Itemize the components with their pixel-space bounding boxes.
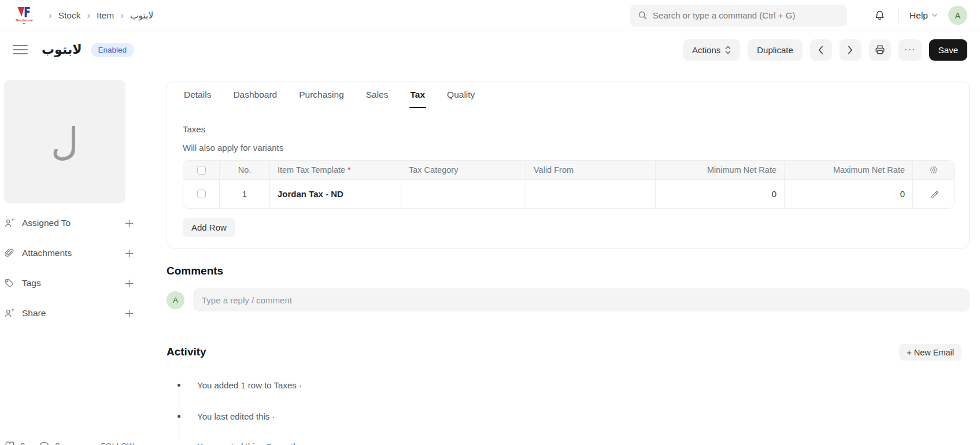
tag-icon: [4, 278, 14, 288]
form-sidebar: ل Assigned To Att: [0, 68, 145, 445]
chevron-left-icon: [818, 46, 823, 54]
column-header-item-tax-template: Item Tax Template *: [270, 161, 401, 179]
tax-category-cell[interactable]: [401, 180, 526, 208]
select-all-checkbox[interactable]: [197, 166, 206, 175]
add-share-button[interactable]: [124, 308, 135, 319]
app-logo[interactable]: Nextfuture ▪▪▪: [13, 3, 36, 28]
comment-avatar: A: [167, 291, 184, 309]
user-avatar[interactable]: A: [948, 6, 967, 25]
activity-item: You last edited this ·: [177, 411, 275, 421]
share-user-icon: [4, 308, 14, 318]
edit-row-cell[interactable]: [913, 180, 955, 208]
table-row[interactable]: 1 Jordan Tax - ND 0 0: [183, 180, 954, 208]
sidebar-item-assigned-to[interactable]: Assigned To: [4, 208, 135, 238]
comment-bubble-icon: [38, 440, 50, 445]
breadcrumb-stock[interactable]: Stock: [58, 10, 81, 21]
column-header-tax-category: Tax Category: [401, 161, 526, 179]
top-navbar: Nextfuture ▪▪▪ › Stock › Item › لابتوب: [0, 0, 980, 31]
column-header-minimum-net-rate: Minimum Net Rate: [656, 161, 785, 179]
status-badge: Enabled: [91, 43, 135, 57]
tab-tax[interactable]: Tax: [400, 81, 437, 108]
print-button[interactable]: [869, 39, 891, 61]
follow-button[interactable]: FOLLOW: [101, 442, 135, 445]
item-image-letter: ل: [51, 120, 79, 164]
dot-separator: ·: [30, 441, 33, 445]
activity-section: Activity + New Email You added 1 row to …: [167, 342, 970, 445]
valid-from-cell[interactable]: [526, 180, 656, 208]
column-header-settings: [913, 161, 955, 179]
logo-subtext: ▪▪▪: [23, 22, 25, 25]
add-assignment-button[interactable]: [124, 218, 135, 229]
taxes-field-description: Will also apply for variants: [183, 143, 953, 153]
item-tax-template-value: Jordan Tax - ND: [278, 189, 343, 199]
sidebar-sections: Assigned To Attachments: [4, 208, 135, 328]
help-label: Help: [909, 10, 928, 21]
gear-icon[interactable]: [929, 165, 938, 175]
sidebar-item-share[interactable]: Share: [4, 298, 135, 328]
comment-input[interactable]: [193, 288, 970, 312]
comments-count-button[interactable]: [38, 440, 50, 445]
save-button[interactable]: Save: [929, 39, 967, 61]
navbar-divider: [898, 9, 899, 23]
activity-item: You created this · 3 months: [177, 442, 302, 445]
add-row-button[interactable]: Add Row: [183, 218, 235, 237]
page-title: لابتوب: [42, 42, 82, 57]
search-icon: [638, 10, 648, 20]
tab-quality[interactable]: Quality: [436, 81, 486, 108]
taxes-field-label: Taxes: [183, 124, 953, 134]
paperclip-icon: [4, 248, 14, 258]
next-document-button[interactable]: [840, 39, 861, 61]
activity-connector: [179, 421, 179, 440]
search-input[interactable]: [653, 10, 839, 20]
actions-dropdown-button[interactable]: Actions: [683, 39, 740, 61]
like-button[interactable]: [4, 440, 16, 445]
app-window: Nextfuture ▪▪▪ › Stock › Item › لابتوب: [0, 0, 980, 445]
taxes-table-header: No. Item Tax Template * Tax Category Val…: [183, 161, 954, 180]
breadcrumb-item[interactable]: Item: [97, 10, 114, 21]
heart-icon: [4, 440, 16, 445]
bell-icon: [874, 9, 886, 21]
activity-heading: Activity: [167, 346, 206, 358]
sidebar-item-label: Share: [22, 308, 46, 318]
sidebar-item-attachments[interactable]: Attachments: [4, 238, 135, 268]
breadcrumb-separator: ›: [120, 10, 124, 20]
add-tag-button[interactable]: [124, 278, 135, 289]
new-email-button[interactable]: + New Email: [899, 344, 961, 361]
row-number: 1: [220, 180, 270, 208]
chevron-down-icon: [931, 13, 938, 17]
tab-purchasing[interactable]: Purchasing: [288, 81, 355, 108]
navbar-right: Help A: [630, 5, 967, 27]
logo-icon: [17, 6, 32, 18]
activity-connector: [179, 390, 179, 409]
breadcrumb: › Stock › Item › لابتوب: [49, 10, 153, 21]
minimum-net-rate-cell[interactable]: 0: [656, 180, 785, 208]
row-checkbox[interactable]: [197, 190, 206, 198]
sidebar-toggle-button[interactable]: [13, 44, 28, 55]
item-tax-template-cell[interactable]: Jordan Tax - ND: [270, 180, 401, 208]
more-options-button[interactable]: ···: [898, 39, 922, 61]
column-header-maximum-net-rate: Maximum Net Rate: [785, 161, 913, 179]
previous-document-button[interactable]: [810, 39, 832, 61]
notifications-button[interactable]: [871, 7, 888, 24]
form-tabs: Details Dashboard Purchasing Sales Tax Q…: [167, 81, 969, 108]
page-header: لابتوب Enabled Actions Duplicate: [0, 31, 980, 68]
global-search[interactable]: [630, 5, 847, 27]
sidebar-item-tags[interactable]: Tags: [4, 268, 135, 298]
maximum-net-rate-cell[interactable]: 0: [785, 180, 913, 208]
item-image-placeholder[interactable]: ل: [4, 80, 125, 203]
tab-details[interactable]: Details: [173, 81, 222, 108]
comments-count: 0: [55, 441, 60, 445]
sidebar-item-label: Tags: [22, 278, 41, 288]
activity-text: You last edited this ·: [197, 411, 275, 421]
tab-dashboard[interactable]: Dashboard: [222, 81, 288, 108]
add-attachment-button[interactable]: [124, 248, 135, 259]
duplicate-button[interactable]: Duplicate: [748, 39, 803, 61]
likes-count: 0: [20, 441, 25, 445]
tab-sales[interactable]: Sales: [355, 81, 400, 108]
header-actions: Actions Duplicate: [683, 39, 967, 61]
help-menu[interactable]: Help: [909, 10, 938, 21]
comments-section: Comments A: [167, 265, 970, 312]
pencil-icon: [930, 190, 938, 198]
activity-text: You added 1 row to Taxes ·: [197, 380, 302, 390]
column-header-valid-from: Valid From: [526, 161, 656, 179]
